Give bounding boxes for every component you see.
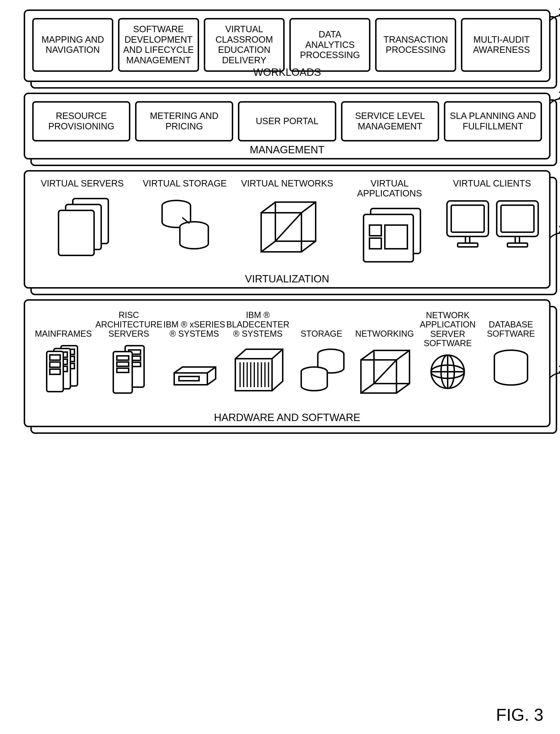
workloads-item: MAPPING AND NAVIGATION: [32, 18, 113, 72]
virtual-clients-cell: VIRTUAL CLIENTS: [442, 179, 542, 263]
svg-rect-2: [59, 210, 94, 256]
xseries-cell: IBM ® xSERIES ® SYSTEMS: [163, 308, 225, 393]
virtual-clients-label: VIRTUAL CLIENTS: [453, 179, 531, 189]
app-server-software-cell: NETWORK APPLICATION SERVER SOFTWARE: [417, 308, 479, 393]
management-item: USER PORTAL: [238, 101, 336, 142]
virtual-servers-label: VIRTUAL SERVERS: [41, 179, 124, 189]
bladecenter-cell: IBM ® BLADECENTER ® SYSTEMS: [226, 308, 289, 393]
management-item: SLA PLANNING AND FULFILLMENT: [444, 101, 542, 142]
figure-caption: FIG. 3: [496, 705, 543, 725]
workloads-item: TRANSACTION PROCESSING: [375, 18, 456, 72]
virtualization-layer: VIRTUAL SERVERS VIRTUAL STORAGE: [24, 170, 551, 289]
management-layer: RESOURCE PROVISIONING METERING AND PRICI…: [24, 93, 551, 160]
virtual-storage-label: VIRTUAL STORAGE: [143, 179, 227, 189]
hardware-layer: MAINFRAMES: [24, 299, 551, 427]
svg-rect-14: [458, 243, 478, 247]
workloads-item: VIRTUAL CLASSROOM EDUCATION DELIVERY: [204, 18, 285, 72]
management-item: METERING AND PRICING: [135, 101, 233, 142]
svg-rect-9: [369, 238, 381, 249]
virtual-networks-label: VIRTUAL NETWORKS: [241, 179, 333, 189]
virtual-storage-cell: VIRTUAL STORAGE: [135, 179, 235, 263]
networking-icon: [355, 341, 414, 393]
virtual-storage-icon: [154, 192, 215, 253]
mainframes-cell: MAINFRAMES: [32, 308, 94, 393]
risc-servers-icon: [106, 341, 151, 393]
workloads-item: SOFTWARE DEVELOPMENT AND LIFECYCLE MANAG…: [118, 18, 199, 72]
globe-icon: [428, 351, 468, 393]
app-server-software-label: NETWORK APPLICATION SERVER SOFTWARE: [417, 308, 479, 348]
management-title: MANAGEMENT: [250, 144, 324, 156]
svg-rect-10: [385, 225, 407, 249]
svg-rect-15: [497, 201, 538, 237]
bladecenter-icon: [229, 341, 286, 393]
workloads-item: DATA ANALYTICS PROCESSING: [289, 18, 370, 72]
virtual-applications-icon: [354, 201, 425, 263]
mainframes-label: MAINFRAMES: [35, 308, 92, 339]
database-software-label: DATABASE SOFTWARE: [480, 308, 542, 339]
xseries-label: IBM ® xSERIES ® SYSTEMS: [163, 308, 225, 339]
virtual-servers-icon: [51, 192, 113, 253]
virtual-applications-cell: VIRTUAL APPLICATIONS: [340, 179, 440, 263]
storage-icon: [295, 341, 347, 393]
svg-rect-8: [369, 225, 381, 236]
risc-servers-label: RISC ARCHITECTURE SERVERS: [95, 308, 162, 339]
virtualization-title: VIRTUALIZATION: [245, 273, 329, 285]
networking-label: NETWORKING: [355, 308, 414, 339]
networking-cell: NETWORKING: [354, 308, 416, 393]
storage-label: STORAGE: [301, 308, 342, 339]
workloads-layer: MAPPING AND NAVIGATION SOFTWARE DEVELOPM…: [24, 9, 551, 82]
storage-cell: STORAGE: [290, 308, 352, 393]
svg-rect-18: [507, 243, 528, 247]
virtual-servers-cell: VIRTUAL SERVERS: [32, 179, 132, 263]
database-software-cell: DATABASE SOFTWARE: [480, 308, 542, 393]
hardware-title: HARDWARE AND SOFTWARE: [214, 411, 360, 423]
mainframes-icon: [41, 341, 86, 393]
risc-servers-cell: RISC ARCHITECTURE SERVERS: [95, 308, 162, 393]
virtual-clients-icon: [442, 192, 542, 253]
database-icon: [490, 341, 532, 393]
virtual-networks-cell: VIRTUAL NETWORKS: [237, 179, 337, 263]
virtual-applications-label: VIRTUAL APPLICATIONS: [340, 179, 440, 199]
svg-rect-11: [447, 201, 488, 237]
workloads-title: WORKLOADS: [253, 66, 321, 78]
workloads-item: MULTI-AUDIT AWARENESS: [461, 18, 542, 72]
virtual-networks-icon: [254, 192, 320, 253]
management-item: RESOURCE PROVISIONING: [32, 101, 130, 142]
management-item: SERVICE LEVEL MANAGEMENT: [341, 101, 439, 142]
xseries-icon: [169, 341, 219, 393]
bladecenter-label: IBM ® BLADECENTER ® SYSTEMS: [226, 308, 289, 339]
